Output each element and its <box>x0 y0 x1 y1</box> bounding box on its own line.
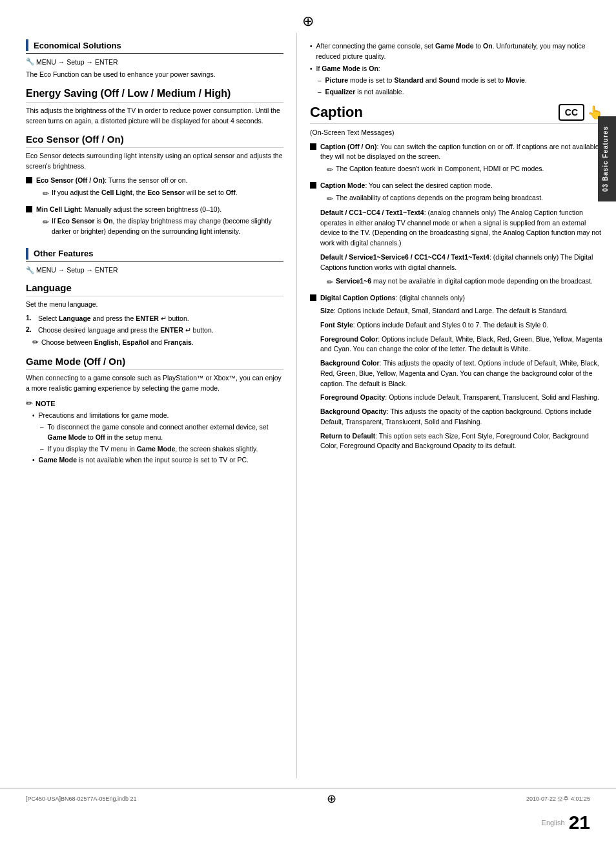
game-note-1-text: Precautions and limitations for game mod… <box>39 411 169 421</box>
eco-sensor-description: Eco Sensor detects surrounding light int… <box>26 151 283 172</box>
game-mode-note-section: ✏ NOTE • Precautions and limitations for… <box>26 398 283 466</box>
game-note-2: • Game Mode is not available when the in… <box>32 455 283 466</box>
caption-bullet-3: Digital Caption Options: (digital channe… <box>310 293 603 455</box>
footer: [PC450-USA]BN68-02577A-05Eng.indb 21 ⊕ 2… <box>0 788 616 809</box>
other-features-menu-path-text: MENU → Setup → ENTER <box>36 266 118 274</box>
dot-icon: • <box>32 412 35 419</box>
cc-box: CC <box>559 104 584 121</box>
dash-icon: – <box>40 424 44 431</box>
caption-title-area: Caption <box>310 104 363 121</box>
page-container: ⊕ Economical Solutions 🔧 MENU → Setup → … <box>0 0 616 853</box>
caption-header: Caption CC 👆 <box>310 104 603 124</box>
right-dot-1: • <box>310 43 313 50</box>
content-area: Economical Solutions 🔧 MENU → Setup → EN… <box>0 33 616 778</box>
economical-menu-path-text: MENU → Setup → ENTER <box>36 58 118 66</box>
language-note: ✏ Choose between English, Español and Fr… <box>32 338 283 348</box>
step-1-num: 1. <box>26 314 35 322</box>
right-game-dash-1-text: Picture mode is set to Standard and Soun… <box>325 76 527 86</box>
left-column: Economical Solutions 🔧 MENU → Setup → EN… <box>0 33 297 778</box>
caption-bullet-2-content: Caption Mode: You can select the desired… <box>320 181 603 290</box>
dash-icon-2: – <box>40 446 44 453</box>
background-opacity-text: Background Opacity: This adjusts the opa… <box>320 407 603 427</box>
economical-solutions-header: Economical Solutions <box>26 39 283 54</box>
economical-solutions-title: Economical Solutions <box>34 41 121 50</box>
right-game-dash-2: – Equalizer is not available. <box>310 87 603 98</box>
bottom-crosshair: ⊕ <box>327 792 336 806</box>
right-column: • After connecting the game console, set… <box>297 33 616 778</box>
language-description: Set the menu language. <box>26 300 283 310</box>
eco-sensor-bullet-1: Eco Sensor (Off / On): Turns the sensor … <box>26 176 283 201</box>
note-bullets-container: • Precautions and limitations for game m… <box>32 411 283 466</box>
caption-note-2: ✏ The availability of captions depends o… <box>327 193 603 205</box>
caption-square-3 <box>310 294 316 301</box>
size-text: Size: Options include Default, Small, St… <box>320 306 603 316</box>
caption-square-1 <box>310 143 316 150</box>
language-title: Language <box>26 282 283 296</box>
caption-mode-label: Caption Mode <box>320 181 365 189</box>
language-step-1: 1. Select Language and press the ENTER ↵… <box>26 314 283 324</box>
top-crosshair-icon: ⊕ <box>0 13 616 30</box>
caption-analog-text: Default / CC1~CC4 / Text1~Text4: (analog… <box>320 208 603 249</box>
step-2-num: 2. <box>26 325 35 333</box>
min-cell-light-label: Min Cell Light <box>36 205 81 213</box>
right-game-note-2-text: If Game Mode is On: <box>316 64 380 74</box>
note-pen-icon: ✏ <box>43 188 49 200</box>
menu-icon-2: 🔧 <box>26 266 34 274</box>
caption-square-2 <box>310 182 316 189</box>
square-icon-2 <box>26 206 32 212</box>
page-number-area: English 21 <box>0 812 616 834</box>
cc-graphic-area: CC 👆 <box>559 104 603 121</box>
other-features-title: Other Features <box>34 249 93 258</box>
language-step-2: 2. Choose desired language and press the… <box>26 325 283 336</box>
footer-left: [PC450-USA]BN68-02577A-05Eng.indb 21 <box>26 796 137 802</box>
foreground-color-text: Foreground Color: Options include Defaul… <box>320 334 603 355</box>
eco-sensor-note-1: ✏ If you adjust the Cell Light, the Eco … <box>43 188 283 200</box>
game-mode-right-notes: • After connecting the game console, set… <box>310 41 603 98</box>
caption-note-3: ✏ Service1~6 may not be available in dig… <box>327 276 603 288</box>
background-color-text: Background Color: This adjusts the opaci… <box>320 358 603 389</box>
foreground-opacity-text: Foreground Opacity: Options include Defa… <box>320 393 603 403</box>
game-note-dash-1-text: To disconnect the game console and conne… <box>48 422 283 443</box>
caption-bullet-3-content: Digital Caption Options: (digital channe… <box>320 293 603 455</box>
eco-sensor-bullet-1-label: Eco Sensor (Off / On) <box>36 176 105 184</box>
game-mode-title: Game Mode (Off / On) <box>26 356 283 370</box>
menu-icon: 🔧 <box>26 57 34 66</box>
game-note-dash-1: – To disconnect the game console and con… <box>32 422 283 443</box>
eco-sensor-bullet-1-content: Eco Sensor (Off / On): Turns the sensor … <box>36 176 283 201</box>
right-game-note-1-text: After connecting the game console, set G… <box>316 41 603 62</box>
eco-sensor-note-2-text: If Eco Sensor is On, the display brightn… <box>52 216 283 237</box>
caption-note-pen-3: ✏ <box>327 276 333 288</box>
right-game-note-1: • After connecting the game console, set… <box>310 41 603 62</box>
eco-sensor-note-1-text: If you adjust the Cell Light, the Eco Se… <box>52 188 283 198</box>
dot-icon-2: • <box>32 457 35 464</box>
caption-note-pen-1: ✏ <box>327 164 333 176</box>
eco-sensor-title: Eco Sensor (Off / On) <box>26 134 283 148</box>
caption-off-on-label: Caption (Off / On) <box>320 143 376 150</box>
caption-bullet-1-content: Caption (Off / On): You can switch the c… <box>320 142 603 178</box>
step-1-content: Select Language and press the ENTER ↵ bu… <box>38 314 283 324</box>
language-note-text: Choose between English, Español and Fran… <box>41 338 283 348</box>
energy-saving-title: Energy Saving (Off / Low / Medium / High… <box>26 88 283 103</box>
return-to-default-text: Return to Default: This option sets each… <box>320 431 603 452</box>
square-icon <box>26 177 32 183</box>
caption-subtitle: (On-Screen Text Messages) <box>310 128 603 138</box>
language-label: English <box>542 819 565 827</box>
game-note-dash-2: – If you display the TV menu in Game Mod… <box>32 444 283 455</box>
game-mode-description: When connecting to a game console such a… <box>26 373 283 394</box>
economical-menu-path: 🔧 MENU → Setup → ENTER <box>26 57 283 66</box>
caption-title: Caption <box>310 104 363 121</box>
blue-bar-icon-2 <box>26 248 28 260</box>
note-header-text: NOTE <box>36 400 56 407</box>
other-features-menu-path: 🔧 MENU → Setup → ENTER <box>26 266 283 274</box>
caption-note-1-text: The Caption feature doesn't work in Comp… <box>336 164 603 174</box>
sidebar-tab: 03 Basic Features <box>598 116 616 201</box>
eco-sensor-note-2: ✏ If Eco Sensor is On, the display brigh… <box>43 216 283 237</box>
game-note-dash-2-text: If you display the TV menu in Game Mode,… <box>48 444 258 455</box>
caption-bullet-2: Caption Mode: You can select the desired… <box>310 181 603 290</box>
caption-note-1: ✏ The Caption feature doesn't work in Co… <box>327 164 603 176</box>
footer-right: 2010-07-22 오후 4:01:25 <box>526 795 590 803</box>
eco-sensor-bullet-2-content: Min Cell Light: Manually adjust the scre… <box>36 205 283 239</box>
other-features-header: Other Features <box>26 248 283 262</box>
note-pen-icon-2: ✏ <box>43 216 49 228</box>
right-game-dash-1: – Picture mode is set to Standard and So… <box>310 76 603 86</box>
